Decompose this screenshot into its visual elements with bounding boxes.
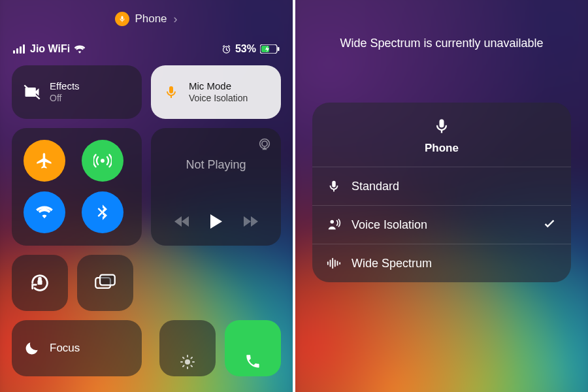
svg-line-21 <box>191 366 193 367</box>
svg-point-15 <box>185 359 190 365</box>
svg-rect-1 <box>16 48 18 54</box>
wifi-toggle[interactable] <box>24 191 65 233</box>
svg-line-23 <box>191 357 193 359</box>
mic-mode-tile[interactable]: Mic Mode Voice Isolation <box>151 65 281 119</box>
mic-mode-title: Mic Mode <box>189 80 248 93</box>
wifi-icon <box>74 44 86 54</box>
svg-rect-3 <box>23 44 25 54</box>
mic-option-standard[interactable]: Standard <box>312 167 571 205</box>
mic-icon <box>327 179 341 193</box>
active-app-pill[interactable]: Phone › <box>0 12 293 26</box>
effects-title: Effects <box>50 80 80 93</box>
mic-option-wide-spectrum[interactable]: Wide Spectrum <box>312 244 571 282</box>
brightness-slider[interactable] <box>159 320 216 376</box>
focus-tile[interactable]: Focus <box>12 320 142 376</box>
carrier-label: Jio WiFi <box>30 43 70 55</box>
next-track-button[interactable] <box>241 215 259 231</box>
svg-point-11 <box>262 141 267 146</box>
play-button[interactable] <box>209 213 223 233</box>
effects-state: Off <box>50 93 80 105</box>
video-off-icon <box>22 82 42 102</box>
option-label: Wide Spectrum <box>351 257 432 270</box>
card-title: Phone <box>425 142 459 155</box>
svg-rect-14 <box>100 275 115 286</box>
mic-option-voice-isolation[interactable]: Voice Isolation <box>312 205 571 244</box>
cellular-bars-icon <box>13 44 26 54</box>
svg-rect-7 <box>278 47 280 51</box>
checkmark-icon <box>542 216 557 234</box>
svg-rect-0 <box>13 50 15 54</box>
mic-icon <box>433 117 451 135</box>
option-label: Standard <box>351 180 399 193</box>
cellular-toggle[interactable] <box>82 140 123 182</box>
waveform-icon <box>327 256 341 270</box>
svg-rect-2 <box>20 46 22 54</box>
option-label: Voice Isolation <box>351 218 427 232</box>
moon-icon <box>24 340 41 357</box>
svg-point-24 <box>331 220 335 224</box>
airplane-toggle[interactable] <box>24 140 65 182</box>
svg-rect-12 <box>37 280 42 285</box>
bluetooth-toggle[interactable] <box>82 191 123 233</box>
mic-mode-value: Voice Isolation <box>189 93 248 105</box>
person-wave-icon <box>327 218 341 232</box>
effects-tile[interactable]: Effects Off <box>12 65 142 119</box>
brightness-icon <box>180 354 195 370</box>
now-playing-label: Not Playing <box>161 158 270 172</box>
mic-mode-card: Phone Standard Voice Isolation Wide Spec… <box>312 103 571 282</box>
phone-shortcut[interactable] <box>225 320 281 376</box>
media-tile[interactable]: Not Playing <box>151 128 281 246</box>
rotation-lock-toggle[interactable] <box>12 255 68 311</box>
mic-indicator-icon <box>115 12 129 26</box>
prev-track-button[interactable] <box>173 215 191 231</box>
svg-point-9 <box>101 159 105 163</box>
battery-charging-icon <box>260 44 280 54</box>
chevron-right-icon: › <box>174 12 178 26</box>
status-bar: Jio WiFi 53% <box>0 43 293 55</box>
alarm-icon <box>221 44 231 54</box>
airplay-icon[interactable] <box>257 137 272 154</box>
svg-line-22 <box>183 366 184 367</box>
focus-label: Focus <box>50 342 80 355</box>
mic-icon <box>161 82 181 102</box>
phone-icon <box>244 353 261 370</box>
battery-pct: 53% <box>235 43 256 55</box>
unavailable-banner: Wide Spectrum is currently unavailable <box>295 37 588 50</box>
active-app-label: Phone <box>135 12 167 25</box>
screen-mirroring-button[interactable] <box>77 255 133 311</box>
svg-line-20 <box>183 357 184 359</box>
connectivity-tile[interactable] <box>12 128 142 246</box>
